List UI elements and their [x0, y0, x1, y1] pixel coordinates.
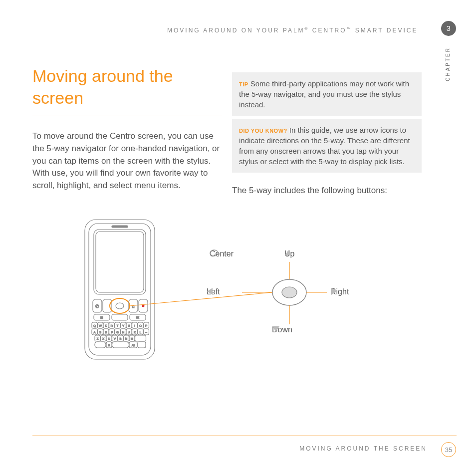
- page-title: Moving around the screen: [32, 65, 222, 115]
- dyk-label: DID YOU KNOW?: [239, 128, 289, 134]
- chapter-label: CHAPTER: [445, 47, 451, 81]
- down-arrow-icon: [272, 325, 280, 332]
- svg-line-81: [130, 292, 272, 306]
- svg-text:P: P: [145, 324, 147, 327]
- svg-marker-90: [207, 288, 213, 295]
- svg-text:⌂: ⌂: [132, 304, 134, 309]
- tip-label: TIP: [239, 81, 250, 87]
- svg-text:M: M: [131, 337, 133, 340]
- lead-out-text: The 5-way includes the following buttons…: [232, 185, 422, 197]
- page-number: 35: [441, 442, 456, 457]
- column-right: TIPSome third-party applications may not…: [232, 72, 422, 197]
- svg-point-8: [110, 298, 130, 313]
- svg-text:V: V: [114, 337, 116, 340]
- svg-text:N: N: [125, 337, 127, 340]
- svg-point-9: [116, 303, 124, 309]
- svg-rect-73: [135, 335, 146, 341]
- breadcrumb-mid: CENTRO: [309, 27, 347, 34]
- footer-section: MOVING AROUND THE SCREEN: [299, 445, 427, 452]
- svg-text:H: H: [122, 331, 124, 334]
- svg-text:G: G: [116, 331, 119, 334]
- svg-point-83: [282, 287, 297, 298]
- intro-text: To move around the Centro screen, you ca…: [32, 130, 222, 192]
- svg-marker-92: [272, 326, 279, 332]
- page-number-text: 35: [445, 446, 452, 454]
- svg-rect-6: [103, 299, 112, 312]
- svg-text:I: I: [134, 324, 135, 327]
- svg-text:B: B: [119, 337, 121, 340]
- svg-text:J: J: [128, 331, 130, 334]
- svg-text:W: W: [99, 324, 102, 327]
- svg-point-13: [142, 305, 145, 307]
- svg-text:D: D: [105, 331, 107, 334]
- svg-text:⊞: ⊞: [100, 316, 103, 319]
- svg-text:0: 0: [108, 344, 110, 347]
- svg-rect-74: [95, 342, 106, 348]
- svg-text:S: S: [99, 331, 101, 334]
- svg-marker-91: [331, 288, 337, 295]
- five-way-detail: [242, 262, 327, 324]
- tip-text: Some third-party applications may not wo…: [239, 79, 409, 109]
- up-arrow-icon: [284, 249, 292, 256]
- label-up: Up: [284, 249, 294, 258]
- label-right: Right: [330, 287, 349, 296]
- svg-point-88: [210, 250, 218, 256]
- keyboard: Q W E R T Y U I O P A S D F G H J K: [92, 322, 149, 348]
- column-left: Moving around the screen To move around …: [32, 65, 222, 192]
- right-arrow-icon: [330, 287, 337, 295]
- chapter-number: 3: [447, 24, 451, 32]
- svg-rect-3: [96, 232, 144, 292]
- svg-text:Z: Z: [97, 337, 99, 340]
- chapter-badge: 3: [441, 21, 456, 36]
- svg-text:C: C: [108, 337, 110, 340]
- svg-text:E: E: [105, 324, 107, 327]
- svg-text:K: K: [134, 331, 136, 334]
- left-arrow-icon: [207, 287, 214, 295]
- svg-text:X: X: [102, 337, 104, 340]
- svg-text:T: T: [117, 324, 119, 327]
- five-way-diagram: ✆ ⌂ ⊞ ✉ Q W E R T Y U I: [75, 215, 384, 364]
- svg-rect-15: [112, 314, 128, 320]
- svg-rect-4: [112, 226, 128, 228]
- svg-rect-80: [138, 342, 146, 348]
- label-down: Down: [272, 325, 292, 334]
- breadcrumb-post: SMART DEVICE: [352, 27, 418, 34]
- breadcrumb-pre: MOVING AROUND ON YOUR PALM: [167, 27, 305, 34]
- phone-illustration: ✆ ⌂ ⊞ ✉ Q W E R T Y U I: [85, 220, 155, 359]
- label-left: Left: [207, 287, 220, 296]
- svg-text:A: A: [93, 331, 95, 334]
- footer-rule: [32, 436, 457, 436]
- svg-text:O: O: [139, 324, 142, 327]
- svg-text:F: F: [111, 331, 113, 334]
- breadcrumb: MOVING AROUND ON YOUR PALM® CENTRO™ SMAR…: [167, 26, 418, 34]
- svg-text:✆: ✆: [95, 304, 99, 309]
- svg-text:Alt: Alt: [132, 344, 135, 347]
- svg-text:R: R: [111, 324, 113, 327]
- tip-callout: TIPSome third-party applications may not…: [232, 72, 422, 116]
- label-center: Center: [210, 249, 234, 258]
- svg-rect-2: [94, 230, 146, 294]
- svg-text:←: ←: [145, 331, 148, 334]
- svg-text:Y: Y: [122, 324, 124, 327]
- svg-text:L: L: [140, 331, 142, 334]
- center-icon: [210, 249, 219, 256]
- did-you-know-callout: DID YOU KNOW?In this guide, we use arrow…: [232, 119, 422, 173]
- svg-rect-77: [112, 342, 129, 348]
- svg-text:Q: Q: [93, 324, 96, 327]
- svg-marker-89: [285, 250, 292, 255]
- svg-text:✉: ✉: [136, 316, 139, 319]
- svg-text:U: U: [128, 324, 130, 327]
